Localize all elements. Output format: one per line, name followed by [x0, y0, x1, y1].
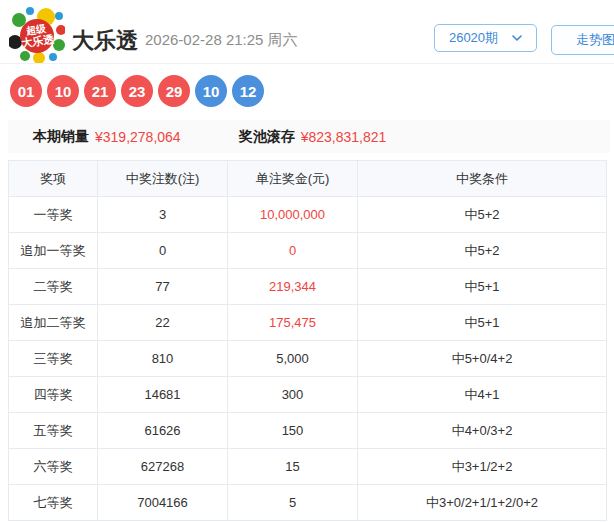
amount-cell: 175,475: [228, 305, 358, 341]
winning-numbers: 01102123291012: [10, 75, 264, 107]
prize-cell: 七等奖: [9, 485, 98, 521]
table-row: 四等奖14681300中4+1: [9, 377, 607, 413]
page-header: 超级 大乐透 大乐透 2026-02-28 21:25 周六 26020期 走势…: [0, 0, 614, 64]
prize-table: 奖项中奖注数(注)单注奖金(元)中奖条件 一等奖310,000,000中5+2追…: [8, 160, 607, 521]
amount-cell: 150: [228, 413, 358, 449]
amount-cell: 10,000,000: [228, 197, 358, 233]
condition-cell: 中3+0/2+1/1+2/0+2: [358, 485, 607, 521]
pool-value: ¥823,831,821: [301, 129, 387, 145]
amount-cell: 0: [228, 233, 358, 269]
table-row: 七等奖70041665中3+0/2+1/1+2/0+2: [9, 485, 607, 521]
condition-cell: 中4+0/3+2: [358, 413, 607, 449]
count-cell: 810: [98, 341, 228, 377]
condition-cell: 中5+1: [358, 269, 607, 305]
prize-cell: 一等奖: [9, 197, 98, 233]
condition-cell: 中5+2: [358, 233, 607, 269]
table-row: 追加一等奖00中5+2: [9, 233, 607, 269]
front-ball: 10: [47, 75, 79, 107]
amount-cell: 300: [228, 377, 358, 413]
count-cell: 3: [98, 197, 228, 233]
table-row: 追加二等奖22175,475中5+1: [9, 305, 607, 341]
table-row: 三等奖8105,000中5+0/4+2: [9, 341, 607, 377]
prize-table-header-row: 奖项中奖注数(注)单注奖金(元)中奖条件: [9, 161, 607, 197]
sales-value: ¥319,278,064: [95, 129, 181, 145]
prize-table-body: 一等奖310,000,000中5+2追加一等奖00中5+2二等奖77219,34…: [9, 197, 607, 521]
table-row: 六等奖62726815中3+1/2+2: [9, 449, 607, 485]
back-ball: 12: [232, 75, 264, 107]
count-cell: 14681: [98, 377, 228, 413]
condition-cell: 中4+1: [358, 377, 607, 413]
amount-cell: 15: [228, 449, 358, 485]
table-row: 五等奖61626150中4+0/3+2: [9, 413, 607, 449]
super-lotto-logo-icon: 超级 大乐透: [9, 7, 65, 63]
front-ball: 23: [121, 75, 153, 107]
prize-pool: 奖池滚存 ¥823,831,821: [239, 128, 387, 146]
front-ball: 01: [10, 75, 42, 107]
sales-strip: 本期销量 ¥319,278,064 奖池滚存 ¥823,831,821: [8, 120, 610, 153]
count-cell: 77: [98, 269, 228, 305]
pool-label: 奖池滚存: [239, 128, 295, 146]
count-cell: 7004166: [98, 485, 228, 521]
column-header: 中奖注数(注): [98, 161, 228, 197]
table-row: 一等奖310,000,000中5+2: [9, 197, 607, 233]
amount-cell: 219,344: [228, 269, 358, 305]
condition-cell: 中5+0/4+2: [358, 341, 607, 377]
draw-datetime: 2026-02-28 21:25 周六: [145, 31, 298, 50]
column-header: 奖项: [9, 161, 98, 197]
prize-cell: 追加一等奖: [9, 233, 98, 269]
condition-cell: 中3+1/2+2: [358, 449, 607, 485]
issue-select-dropdown[interactable]: 26020期: [434, 24, 537, 52]
count-cell: 627268: [98, 449, 228, 485]
front-ball: 21: [84, 75, 116, 107]
prize-cell: 三等奖: [9, 341, 98, 377]
prize-cell: 五等奖: [9, 413, 98, 449]
back-ball: 10: [195, 75, 227, 107]
front-ball: 29: [158, 75, 190, 107]
table-row: 二等奖77219,344中5+1: [9, 269, 607, 305]
condition-cell: 中5+2: [358, 197, 607, 233]
sales-label: 本期销量: [33, 128, 89, 146]
trend-chart-button[interactable]: 走势图: [551, 25, 614, 55]
column-header: 中奖条件: [358, 161, 607, 197]
column-header: 单注奖金(元): [228, 161, 358, 197]
current-sales: 本期销量 ¥319,278,064: [33, 128, 181, 146]
amount-cell: 5,000: [228, 341, 358, 377]
issue-select-value: 26020期: [449, 29, 498, 47]
prize-cell: 四等奖: [9, 377, 98, 413]
count-cell: 22: [98, 305, 228, 341]
chevron-down-icon: [512, 35, 522, 41]
count-cell: 61626: [98, 413, 228, 449]
amount-cell: 5: [228, 485, 358, 521]
prize-cell: 追加二等奖: [9, 305, 98, 341]
count-cell: 0: [98, 233, 228, 269]
prize-cell: 二等奖: [9, 269, 98, 305]
page-title: 大乐透: [72, 26, 138, 56]
prize-cell: 六等奖: [9, 449, 98, 485]
condition-cell: 中5+1: [358, 305, 607, 341]
